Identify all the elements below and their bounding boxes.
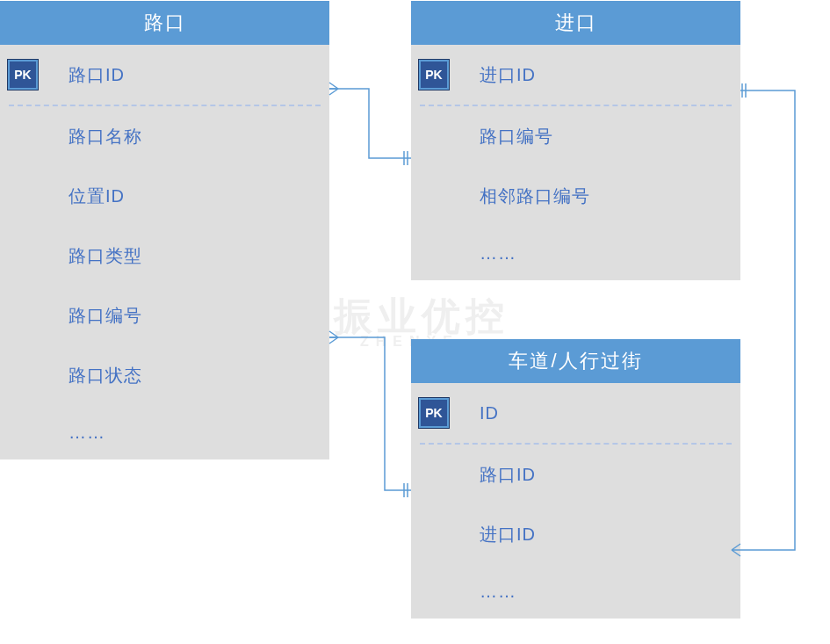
- entity-approach-row-pk: PK 进口ID: [411, 45, 740, 105]
- connector-intersection-to-lane: [329, 337, 411, 490]
- attr-label: 进口ID: [480, 63, 536, 87]
- attr-label: ……: [480, 243, 516, 264]
- crowsfoot-icon: [329, 83, 338, 95]
- connector-approach-to-lane: [740, 90, 795, 550]
- attr-label: ID: [480, 403, 499, 423]
- attr-label: 相邻路口编号: [480, 185, 590, 208]
- attr-label: 路口ID: [69, 63, 125, 87]
- entity-lane: 车道/人行过街 PK ID 路口ID 进口ID ……: [411, 339, 740, 619]
- attr-label: 路口ID: [480, 463, 536, 487]
- pk-badge: PK: [418, 397, 450, 429]
- entity-lane-row: ……: [411, 564, 740, 619]
- entity-lane-row: 进口ID: [411, 504, 740, 564]
- attr-label: 路口类型: [69, 244, 142, 268]
- attr-label: 路口编号: [69, 304, 142, 328]
- entity-intersection-body: PK 路口ID 路口名称 位置ID 路口类型 路口编号 路口状态 ……: [0, 45, 329, 459]
- entity-intersection: 路口 PK 路口ID 路口名称 位置ID 路口类型 路口编号 路口状态 …: [0, 1, 329, 459]
- entity-intersection-row: 路口类型: [0, 226, 329, 286]
- entity-intersection-row: 位置ID: [0, 166, 329, 226]
- watermark-cn-text: 振业优控: [334, 291, 509, 343]
- attr-label: 路口名称: [69, 125, 142, 148]
- attr-label: ……: [69, 423, 105, 443]
- pk-badge: PK: [418, 59, 450, 90]
- entity-approach-body: PK 进口ID 路口编号 相邻路口编号 ……: [411, 45, 740, 280]
- entity-lane-row-pk: PK ID: [411, 383, 740, 443]
- entity-intersection-row: 路口编号: [0, 286, 329, 345]
- entity-intersection-row: 路口状态: [0, 345, 329, 405]
- entity-approach-row: 相邻路口编号: [411, 166, 740, 226]
- entity-intersection-row: ……: [0, 405, 329, 459]
- entity-approach-title: 进口: [411, 1, 740, 45]
- attr-label: 进口ID: [480, 523, 536, 546]
- attr-label: 路口状态: [69, 364, 142, 387]
- attr-label: 位置ID: [69, 185, 125, 208]
- entity-approach-row: 路口编号: [411, 106, 740, 166]
- entity-lane-row: 路口ID: [411, 445, 740, 504]
- entity-intersection-title: 路口: [0, 1, 329, 45]
- pk-badge: PK: [7, 59, 39, 90]
- entity-approach: 进口 PK 进口ID 路口编号 相邻路口编号 ……: [411, 1, 740, 280]
- crowsfoot-icon: [329, 331, 338, 344]
- entity-intersection-row: 路口名称: [0, 106, 329, 166]
- connector-intersection-to-approach: [329, 89, 411, 158]
- entity-lane-body: PK ID 路口ID 进口ID ……: [411, 383, 740, 619]
- entity-lane-title: 车道/人行过街: [411, 339, 740, 383]
- attr-label: ……: [480, 582, 516, 602]
- entity-intersection-row-pk: PK 路口ID: [0, 45, 329, 105]
- entity-approach-row: ……: [411, 226, 740, 280]
- attr-label: 路口编号: [480, 125, 553, 148]
